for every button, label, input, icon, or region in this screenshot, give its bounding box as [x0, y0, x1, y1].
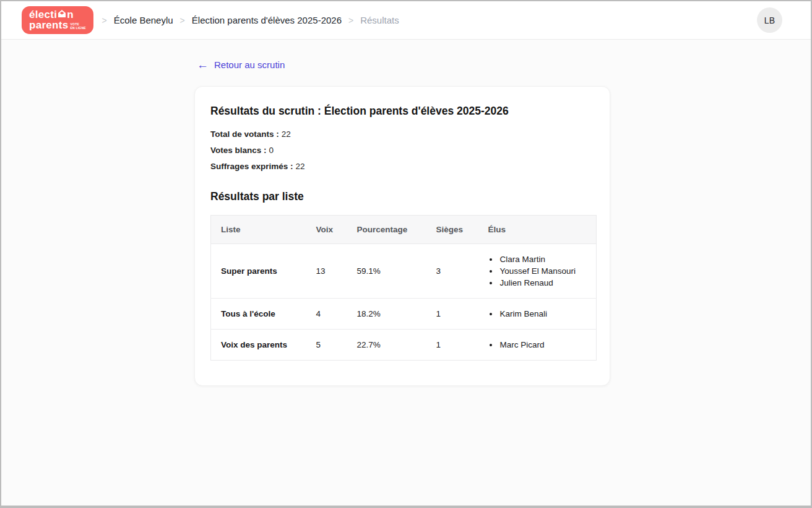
app-logo[interactable]: électin parents VOTE EN LIGNE	[22, 6, 93, 34]
cell-sieges: 1	[426, 330, 478, 361]
stat-value: 22	[282, 129, 291, 139]
chevron-right-icon: >	[348, 15, 353, 25]
cell-sieges: 1	[426, 299, 478, 330]
table-body: Super parents 13 59.1% 3 Clara Martin Yo…	[211, 244, 597, 361]
back-link-label: Retour au scrutin	[214, 59, 285, 70]
table-head: Liste Voix Pourcentage Sièges Élus	[211, 216, 597, 244]
stat-value: 0	[269, 146, 274, 155]
logo-text-election-post: n	[67, 9, 74, 20]
logo-text-election-pre: électi	[29, 9, 57, 20]
column-header-voix: Voix	[306, 216, 347, 244]
section-title-results-per-list: Résultats par liste	[210, 190, 595, 203]
elected-name: Julien Renaud	[499, 278, 587, 287]
results-card: Résultats du scrutin : Élection parents …	[194, 86, 610, 386]
elected-list: Clara Martin Youssef El Mansouri Julien …	[488, 255, 587, 287]
stat-label: Total de votants :	[210, 129, 279, 139]
table-row-super-parents: Super parents 13 59.1% 3 Clara Martin Yo…	[211, 244, 597, 299]
results-title: Résultats du scrutin : Élection parents …	[210, 105, 595, 118]
logo-tagline: VOTE EN LIGNE	[71, 22, 87, 31]
arrow-left-icon: ←	[197, 59, 209, 71]
elected-name: Marc Picard	[499, 340, 587, 349]
logo-line-1: électin	[29, 9, 87, 20]
chevron-right-icon: >	[180, 15, 185, 25]
cell-elus: Karim Benali	[478, 299, 597, 330]
cell-liste: Voix des parents	[211, 330, 306, 361]
app-window: électin parents VOTE EN LIGNE > École Be…	[0, 0, 812, 508]
cell-sieges: 3	[426, 244, 478, 299]
elected-name: Clara Martin	[499, 255, 587, 264]
stat-label: Votes blancs :	[210, 146, 267, 155]
chevron-right-icon: >	[102, 15, 107, 25]
elected-name: Youssef El Mansouri	[499, 266, 587, 276]
column-header-sieges: Sièges	[426, 216, 478, 244]
cell-pourcentage: 59.1%	[347, 244, 426, 299]
column-header-liste: Liste	[211, 216, 306, 244]
column-header-elus: Élus	[478, 216, 597, 244]
cell-voix: 13	[306, 244, 347, 299]
breadcrumb-item-school[interactable]: École Beneylu	[114, 15, 173, 25]
elected-name: Karim Benali	[499, 309, 587, 318]
app-header: électin parents VOTE EN LIGNE > École Be…	[1, 1, 811, 40]
cell-liste: Tous à l'école	[211, 299, 306, 330]
cell-voix: 4	[306, 299, 347, 330]
breadcrumb-item-results: Résultats	[360, 15, 399, 25]
column-header-pourcentage: Pourcentage	[347, 216, 426, 244]
avatar[interactable]: LB	[757, 7, 782, 33]
cell-pourcentage: 18.2%	[347, 299, 426, 330]
breadcrumb: > École Beneylu > Élection parents d'élè…	[102, 15, 399, 25]
elected-list: Marc Picard	[488, 340, 587, 349]
table-row-voix-des-parents: Voix des parents 5 22.7% 1 Marc Picard	[211, 330, 597, 361]
cell-elus: Clara Martin Youssef El Mansouri Julien …	[478, 244, 597, 299]
back-to-poll-link[interactable]: ← Retour au scrutin	[197, 59, 285, 71]
table-row-tous-a-l-ecole: Tous à l'école 4 18.2% 1 Karim Benali	[211, 299, 597, 330]
stat-suffrages-exprimes: Suffrages exprimés :22	[210, 162, 595, 171]
cell-voix: 5	[306, 330, 347, 361]
cell-pourcentage: 22.7%	[347, 330, 426, 361]
cell-elus: Marc Picard	[478, 330, 597, 361]
main-content: ← Retour au scrutin Résultats du scrutin…	[1, 40, 811, 386]
stat-value: 22	[296, 162, 305, 171]
stat-total-votants: Total de votants :22	[210, 129, 595, 139]
logo-line-2: parents VOTE EN LIGNE	[29, 20, 87, 30]
cell-liste: Super parents	[211, 244, 306, 299]
elected-list: Karim Benali	[488, 309, 587, 318]
stat-label: Suffrages exprimés :	[210, 162, 293, 171]
breadcrumb-item-election[interactable]: Élection parents d'élèves 2025-2026	[192, 15, 342, 25]
results-table: Liste Voix Pourcentage Sièges Élus Super…	[210, 215, 597, 361]
stat-votes-blancs: Votes blancs :0	[210, 146, 595, 155]
logo-text-parents: parents	[29, 20, 69, 30]
house-icon	[58, 9, 66, 20]
table-header-row: Liste Voix Pourcentage Sièges Élus	[211, 216, 597, 244]
